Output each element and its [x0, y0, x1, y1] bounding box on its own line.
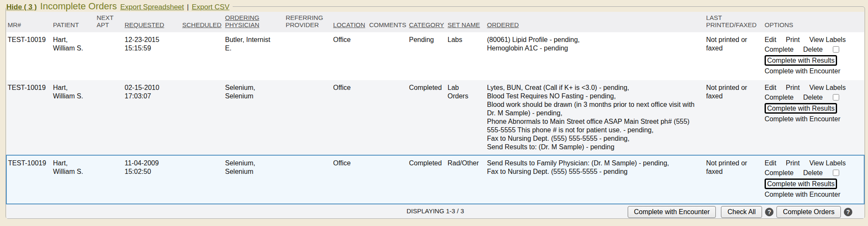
complete-link[interactable]: Complete	[765, 93, 793, 102]
cell-patient: Hart, William S.	[52, 32, 95, 80]
incomplete-orders-table: MR# PATIENT NEXT APT REQUESTED SCHEDULED…	[6, 12, 865, 218]
cell-referring-provider	[284, 80, 332, 155]
delete-link[interactable]: Delete	[803, 169, 823, 177]
cell-location: Office	[332, 155, 368, 204]
column-header-location[interactable]: LOCATION	[332, 12, 368, 32]
check-all-button[interactable]: Check All	[721, 206, 762, 218]
view-labels-link[interactable]: View Labels	[809, 159, 846, 167]
column-header-set-name[interactable]: SET NAME	[446, 12, 486, 32]
print-link[interactable]: Print	[786, 36, 800, 44]
complete-with-results-link[interactable]: Complete with Results	[765, 179, 837, 189]
cell-category: Completed	[408, 155, 446, 204]
hide-toggle-link[interactable]: Hide ( 3 )	[6, 3, 37, 11]
cell-referring-provider	[284, 155, 332, 204]
cell-scheduled	[181, 80, 224, 155]
cell-ordered: (80061) Lipid Profile - pending, Hemoglo…	[486, 32, 705, 80]
edit-link[interactable]: Edit	[765, 159, 776, 167]
cell-patient: Hart, William S.	[52, 80, 95, 155]
cell-scheduled	[181, 32, 224, 80]
complete-link[interactable]: Complete	[765, 169, 793, 177]
cell-set-name: Labs	[446, 32, 486, 80]
cell-ordering-physician: Selenium, Selenium	[224, 155, 284, 204]
bottom-action-bar: Complete with Encounter Check All ? Comp…	[628, 206, 855, 218]
column-header-category[interactable]: CATEGORY	[408, 12, 446, 32]
column-header-comments: COMMENTS	[368, 12, 408, 32]
delete-link[interactable]: Delete	[803, 45, 823, 54]
row-select-checkbox[interactable]	[833, 46, 839, 53]
cell-next-apt	[95, 80, 123, 155]
cell-referring-provider	[284, 32, 332, 80]
edit-link[interactable]: Edit	[765, 36, 776, 44]
view-labels-link[interactable]: View Labels	[809, 36, 846, 44]
cell-comments	[368, 155, 408, 204]
cell-scheduled	[181, 155, 224, 204]
column-header-referring-provider: REFERRING PROVIDER	[284, 12, 332, 32]
column-header-ordering-physician[interactable]: ORDERING PHYSICIAN	[224, 12, 284, 32]
print-link[interactable]: Print	[786, 159, 800, 167]
column-header-patient: PATIENT	[52, 12, 95, 32]
incomplete-orders-panel: Hide ( 3 ) Incomplete Orders Export Spre…	[6, 1, 865, 219]
cell-category: Completed	[408, 80, 446, 155]
cell-comments	[368, 32, 408, 80]
column-header-mr: MR#	[6, 12, 52, 32]
cell-category: Pending	[408, 32, 446, 80]
cell-requested: 11-04-2009 15:02:50	[123, 155, 181, 204]
cell-options: Edit Print View Labels Complete Delete C…	[763, 32, 864, 80]
cell-set-name: Lab Orders	[446, 80, 486, 155]
cell-ordered: Lytes, BUN, Creat (Call if K+ is <3.0) -…	[486, 80, 705, 155]
cell-last-printed-faxed: Not printed or faxed	[705, 80, 763, 155]
table-row[interactable]: TEST-10019 Hart, William S. 12-23-2015 1…	[6, 32, 864, 80]
table-row[interactable]: TEST-10019 Hart, William S. 02-15-2010 1…	[6, 80, 864, 155]
page-title: Incomplete Orders	[40, 1, 117, 12]
cell-requested: 02-15-2010 17:03:07	[123, 80, 181, 155]
delete-link[interactable]: Delete	[803, 93, 823, 102]
complete-orders-button[interactable]: Complete Orders	[776, 206, 841, 218]
complete-link[interactable]: Complete	[765, 45, 793, 54]
table-header-row: MR# PATIENT NEXT APT REQUESTED SCHEDULED…	[6, 12, 864, 32]
column-header-next-apt: NEXT APT	[95, 12, 123, 32]
cell-mr: TEST-10019	[6, 32, 52, 80]
edit-link[interactable]: Edit	[765, 84, 776, 92]
cell-options: Edit Print View Labels Complete Delete C…	[763, 80, 864, 155]
cell-next-apt	[95, 155, 123, 204]
cell-set-name: Rad/Other	[446, 155, 486, 204]
help-icon[interactable]: ?	[765, 208, 773, 216]
help-icon[interactable]: ?	[844, 208, 852, 216]
cell-options: Edit Print View Labels Complete Delete C…	[763, 155, 864, 204]
cell-ordering-physician: Butler, Internist E.	[224, 32, 284, 80]
complete-with-results-link[interactable]: Complete with Results	[765, 55, 837, 66]
cell-last-printed-faxed: Not printed or faxed	[705, 155, 763, 204]
row-select-checkbox[interactable]	[833, 170, 839, 176]
complete-with-encounter-button[interactable]: Complete with Encounter	[628, 206, 716, 218]
view-labels-link[interactable]: View Labels	[809, 84, 846, 92]
cell-mr: TEST-10019	[6, 80, 52, 155]
complete-with-results-link[interactable]: Complete with Results	[765, 103, 837, 114]
cell-location: Office	[332, 32, 368, 80]
column-header-requested[interactable]: REQUESTED	[123, 12, 181, 32]
column-header-options: OPTIONS	[763, 12, 864, 32]
cell-comments	[368, 80, 408, 155]
cell-ordered: Send Results to Family Physician: (Dr. M…	[486, 155, 705, 204]
print-link[interactable]: Print	[786, 84, 800, 92]
panel-legend: Hide ( 3 ) Incomplete Orders Export Spre…	[6, 1, 233, 12]
row-select-checkbox[interactable]	[833, 94, 839, 100]
cell-requested: 12-23-2015 15:15:59	[123, 32, 181, 80]
complete-with-encounter-link[interactable]: Complete with Encounter	[765, 190, 840, 199]
cell-location: Office	[332, 80, 368, 155]
column-header-scheduled[interactable]: SCHEDULED	[181, 12, 224, 32]
export-spreadsheet-link[interactable]: Export Spreadsheet	[120, 3, 184, 11]
complete-with-encounter-link[interactable]: Complete with Encounter	[765, 115, 840, 123]
export-csv-link[interactable]: Export CSV	[192, 3, 229, 11]
column-header-ordered[interactable]: ORDERED	[486, 12, 705, 32]
cell-next-apt	[95, 32, 123, 80]
table-row[interactable]: TEST-10019 Hart, William S. 11-04-2009 1…	[6, 155, 864, 204]
column-header-last-printed-faxed: LAST PRINTED/FAXED	[705, 12, 763, 32]
cell-patient: Hart, William S.	[52, 155, 95, 204]
cell-mr: TEST-10019	[6, 155, 52, 204]
cell-ordering-physician: Selenium, Selenium	[224, 80, 284, 155]
cell-last-printed-faxed: Not printed or faxed	[705, 32, 763, 80]
complete-with-encounter-link[interactable]: Complete with Encounter	[765, 67, 840, 75]
legend-separator: |	[187, 3, 189, 11]
